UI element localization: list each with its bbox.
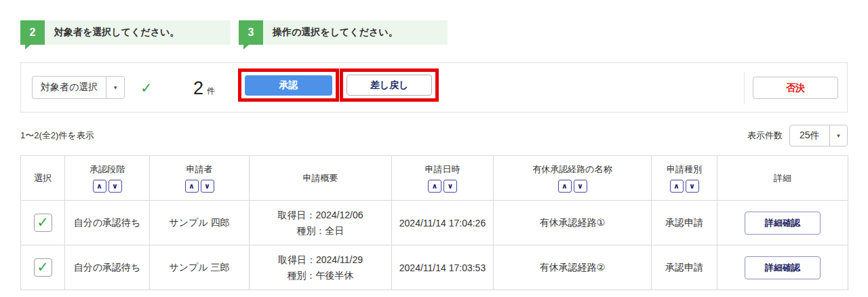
cell-request-summary: 取得日：2024/12/06 種別：全日 bbox=[250, 201, 392, 245]
cell-request-type: 承認申請 bbox=[652, 201, 717, 245]
cell-approval-stage: 自分の承認待ち bbox=[65, 201, 150, 245]
action-toolbar: 対象者の選択 ▼ ✓ 2 件 承認 差し戻し 否決 bbox=[20, 62, 848, 113]
sort-controls: ∧ ∨ bbox=[654, 180, 714, 193]
sort-desc-button[interactable]: ∨ bbox=[108, 180, 122, 193]
sort-asc-button[interactable]: ∧ bbox=[558, 180, 572, 193]
toolbar-divider bbox=[744, 72, 745, 104]
header-applicant: 申請者 ∧ ∨ bbox=[150, 156, 250, 201]
sort-asc-button[interactable]: ∧ bbox=[185, 180, 199, 193]
cell-request-datetime: 2024/11/14 17:04:26 bbox=[392, 201, 494, 245]
step-label: 操作の選択をしてください。 bbox=[263, 20, 398, 45]
selected-count: 2 件 bbox=[193, 63, 215, 113]
detail-confirm-button[interactable]: 詳細確認 bbox=[745, 256, 821, 279]
header-request-type: 申請種別 ∧ ∨ bbox=[652, 156, 717, 201]
summary-line-2: 種別：全日 bbox=[252, 223, 389, 238]
step-label: 対象者を選択してください。 bbox=[45, 20, 179, 45]
cell-request-summary: 取得日：2024/11/29 種別：午後半休 bbox=[250, 245, 392, 290]
chevron-down-icon[interactable]: ▼ bbox=[829, 125, 847, 146]
sort-asc-button[interactable]: ∧ bbox=[670, 180, 684, 193]
check-icon: ✓ bbox=[37, 215, 49, 229]
header-select: 選択 bbox=[21, 156, 65, 201]
page-size-dropdown[interactable]: 25件 ▼ bbox=[789, 125, 848, 146]
sort-desc-button[interactable]: ∨ bbox=[686, 180, 699, 193]
table-row: ✓ 自分の承認待ち サンプル 三郎 取得日：2024/11/29 種別：午後半休… bbox=[21, 245, 848, 290]
result-range-text: 1〜2(全2)件を表示 bbox=[20, 130, 94, 142]
cell-applicant: サンプル 四郎 bbox=[150, 201, 250, 245]
sort-controls: ∧ ∨ bbox=[395, 180, 490, 193]
approve-button[interactable]: 承認 bbox=[245, 75, 332, 96]
summary-line-1: 取得日：2024/12/06 bbox=[252, 207, 389, 222]
send-back-button[interactable]: 差し戻し bbox=[347, 75, 432, 96]
sort-desc-button[interactable]: ∨ bbox=[201, 180, 214, 193]
page-size-value: 25件 bbox=[790, 125, 829, 146]
row-checkbox[interactable]: ✓ bbox=[34, 258, 52, 277]
header-detail: 詳細 bbox=[717, 156, 848, 201]
annotation-box-approve: 承認 bbox=[238, 68, 339, 102]
header-route-name: 有休承認経路の名称 ∧ ∨ bbox=[494, 156, 652, 201]
annotation-box-sendback: 差し戻し bbox=[340, 68, 439, 102]
cell-route-name: 有休承認経路① bbox=[494, 201, 652, 245]
step-banner-3: 3 操作の選択をしてください。 bbox=[239, 20, 448, 45]
header-request-datetime: 申請日時 ∧ ∨ bbox=[392, 156, 494, 201]
summary-line-1: 取得日：2024/11/29 bbox=[252, 252, 389, 267]
chevron-down-icon[interactable]: ▼ bbox=[106, 77, 124, 98]
sort-controls: ∧ ∨ bbox=[153, 180, 246, 193]
sort-desc-button[interactable]: ∨ bbox=[574, 180, 587, 193]
step-number-badge: 3 bbox=[239, 20, 263, 45]
page-size-control: 表示件数 25件 ▼ bbox=[747, 125, 848, 146]
detail-confirm-button[interactable]: 詳細確認 bbox=[745, 212, 821, 235]
sort-controls: ∧ ∨ bbox=[68, 180, 146, 193]
step-banner-2: 2 対象者を選択してください。 bbox=[20, 20, 231, 45]
list-info-row: 1〜2(全2)件を表示 表示件数 25件 ▼ bbox=[20, 125, 848, 146]
summary-line-2: 種別：午後半休 bbox=[252, 268, 389, 283]
cell-select: ✓ bbox=[21, 201, 65, 245]
cell-detail: 詳細確認 bbox=[717, 201, 848, 245]
sort-asc-button[interactable]: ∧ bbox=[93, 180, 106, 193]
check-icon: ✓ bbox=[140, 63, 153, 113]
selected-count-value: 2 bbox=[193, 78, 203, 99]
cell-detail: 詳細確認 bbox=[717, 245, 848, 290]
cell-applicant: サンプル 三郎 bbox=[150, 245, 250, 290]
step-number-badge: 2 bbox=[20, 20, 45, 45]
table-header-row: 選択 承認段階 ∧ ∨ 申請者 ∧ ∨ 申請概要 申請日時 bbox=[21, 156, 848, 201]
cell-select: ✓ bbox=[21, 245, 65, 290]
sort-desc-button[interactable]: ∨ bbox=[443, 180, 457, 193]
step-banners: 2 対象者を選択してください。 3 操作の選択をしてください。 bbox=[20, 20, 848, 45]
cell-approval-stage: 自分の承認待ち bbox=[65, 245, 150, 290]
selected-count-unit: 件 bbox=[207, 80, 215, 97]
cell-request-type: 承認申請 bbox=[652, 245, 717, 290]
target-select-label: 対象者の選択 bbox=[33, 77, 106, 98]
sort-asc-button[interactable]: ∧ bbox=[428, 180, 441, 193]
page-size-label: 表示件数 bbox=[747, 130, 783, 142]
approvals-table: 選択 承認段階 ∧ ∨ 申請者 ∧ ∨ 申請概要 申請日時 bbox=[20, 155, 848, 290]
row-checkbox[interactable]: ✓ bbox=[34, 214, 52, 232]
check-icon: ✓ bbox=[37, 260, 49, 274]
sort-controls: ∧ ∨ bbox=[496, 180, 648, 193]
cell-request-datetime: 2024/11/14 17:03:53 bbox=[392, 245, 494, 290]
table-row: ✓ 自分の承認待ち サンプル 四郎 取得日：2024/12/06 種別：全日 2… bbox=[21, 201, 848, 245]
target-select-dropdown[interactable]: 対象者の選択 ▼ bbox=[32, 76, 125, 99]
header-request-summary: 申請概要 bbox=[250, 156, 392, 201]
reject-button[interactable]: 否決 bbox=[753, 77, 838, 99]
cell-route-name: 有休承認経路② bbox=[494, 245, 652, 290]
header-approval-stage: 承認段階 ∧ ∨ bbox=[65, 156, 150, 201]
